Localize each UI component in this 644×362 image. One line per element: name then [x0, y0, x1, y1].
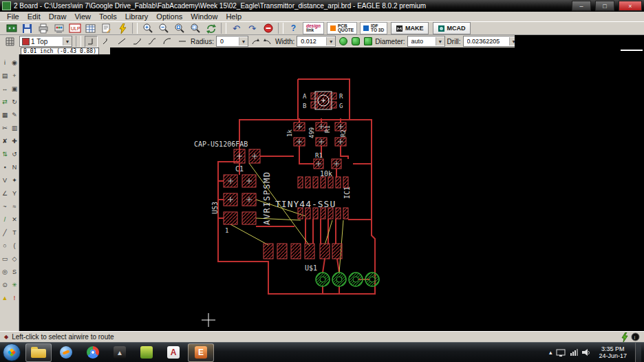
component-ic1[interactable] [298, 177, 348, 219]
menu-item-draw[interactable]: Draw [45, 12, 71, 21]
board-outline[interactable] [218, 79, 375, 294]
tool-meander-icon[interactable]: ≈ [10, 201, 19, 212]
maximize-button[interactable]: □ [595, 1, 614, 11]
layer-dropdown-arrow[interactable]: ▼ [63, 37, 72, 45]
show-desktop-button[interactable] [635, 343, 641, 362]
zoom-select-icon[interactable] [188, 23, 202, 34]
tray-expand-icon[interactable]: ▴ [549, 349, 552, 356]
tool-miter-icon[interactable]: ∠ [1, 188, 10, 199]
stop-icon[interactable] [261, 23, 275, 34]
tool-arc-icon[interactable]: ( [10, 240, 19, 251]
tool-rect-icon[interactable]: ▭ [1, 253, 10, 264]
status-circle-icon[interactable]: i [631, 332, 640, 341]
diameter-combo[interactable]: ▼ [407, 36, 445, 47]
via-shape-round-button[interactable] [338, 36, 348, 46]
tool-pinswap-icon[interactable]: ⇅ [1, 149, 10, 160]
board-schematic-icon[interactable] [4, 23, 19, 34]
menu-item-window[interactable]: Window [186, 12, 222, 21]
redo-icon[interactable]: ↷ [245, 23, 259, 34]
close-button[interactable]: × [619, 1, 642, 11]
make-button[interactable]: MAKE [391, 22, 429, 34]
taskbar-dark-app-button[interactable]: ▲ [107, 344, 132, 361]
save-icon[interactable] [20, 23, 34, 34]
tool-lock-icon[interactable]: ▪ [1, 162, 10, 173]
tool-paste-icon[interactable]: ▥ [10, 123, 19, 134]
tool-polygon-icon[interactable]: ◇ [10, 253, 19, 264]
tool-move-icon[interactable]: ↔ [1, 83, 10, 94]
component-bottom-header[interactable] [264, 244, 342, 259]
clock[interactable]: 3:35 PM 24-Jun-17 [594, 345, 631, 359]
wire-bend-style-5-button[interactable] [145, 36, 158, 47]
taskbar-media-player-button[interactable] [54, 344, 78, 361]
tool-replace-icon[interactable]: ↺ [10, 149, 19, 160]
network-tray-icon[interactable] [570, 349, 578, 356]
taskbar-explorer-button[interactable] [25, 343, 52, 362]
tool-optimize-icon[interactable]: ~ [1, 201, 10, 212]
taskbar-green-app-button[interactable] [134, 344, 159, 361]
diameter-dropdown-arrow[interactable]: ▼ [436, 37, 444, 45]
zoom-fit-icon[interactable] [172, 23, 186, 34]
grid-icon[interactable] [3, 36, 17, 47]
tool-info-icon[interactable]: i [1, 57, 10, 68]
via-shape-octagon-button[interactable] [350, 36, 361, 46]
zoom-in-icon[interactable] [140, 23, 155, 34]
component-resistors[interactable] [294, 123, 346, 146]
table-icon[interactable] [83, 23, 98, 34]
via-shape-square-button[interactable] [363, 36, 373, 46]
tool-drc-icon[interactable]: ▲ [1, 292, 10, 304]
tool-ratsnest-icon[interactable]: ✳ [10, 279, 19, 290]
tool-mark-icon[interactable]: + [10, 70, 19, 81]
tool-via-icon[interactable]: ◎ [1, 266, 10, 277]
tool-split-icon[interactable]: Y [10, 188, 19, 199]
volume-tray-icon[interactable] [582, 349, 590, 356]
diameter-input[interactable] [410, 37, 433, 45]
taskbar-chrome-button[interactable] [80, 344, 105, 361]
mcad-button[interactable]: MCAD [433, 22, 471, 34]
wire-bend-style-4-button[interactable] [130, 36, 143, 47]
pcb-canvas[interactable]: CAP-US1206FAB C1 US3 AVRISPSMD 1 TINY44-… [19, 54, 644, 331]
idf-to-3d-button[interactable]: IDFTO 3D [360, 22, 387, 34]
design-link-button[interactable]: designlink [303, 22, 324, 34]
wire-bend-style-3-button[interactable] [115, 36, 128, 47]
menu-item-view[interactable]: View [70, 12, 95, 21]
wire-bend-style-2-button[interactable] [100, 36, 113, 47]
menu-item-tools[interactable]: Tools [95, 12, 121, 21]
tool-show-icon[interactable]: ◉ [10, 57, 19, 68]
width-input[interactable] [299, 37, 324, 45]
help-icon[interactable]: ? [286, 23, 301, 34]
sync-bolt-icon[interactable] [621, 332, 628, 342]
tool-signal-icon[interactable]: S [10, 266, 19, 277]
tool-cut-icon[interactable]: ✂ [1, 123, 10, 134]
script-icon[interactable] [99, 23, 114, 34]
tool-mirror-icon[interactable]: ⇄ [1, 96, 10, 107]
taskbar-autocad-button[interactable]: A [161, 344, 186, 361]
undo-icon[interactable]: ↶ [229, 23, 244, 34]
width-dropdown-arrow[interactable]: ▼ [326, 37, 335, 45]
menu-item-options[interactable]: Options [152, 12, 186, 21]
menu-item-library[interactable]: Library [121, 12, 153, 21]
menu-item-file[interactable]: File [3, 12, 23, 21]
cam-processor-icon[interactable] [52, 23, 66, 34]
zoom-out-icon[interactable] [156, 23, 171, 34]
tool-change-icon[interactable]: ✎ [10, 109, 19, 120]
start-button[interactable] [3, 343, 21, 361]
tool-name-icon[interactable]: N [10, 162, 19, 173]
drill-combo[interactable]: ▼ [463, 36, 519, 47]
tool-delete-icon[interactable]: ✘ [1, 136, 10, 147]
radius-combo[interactable]: ▼ [216, 36, 248, 47]
tool-text-icon[interactable]: T [10, 227, 19, 238]
tool-errors-icon[interactable]: ! [10, 292, 19, 304]
wire-bend-style-7-button[interactable] [175, 36, 189, 47]
menu-item-edit[interactable]: Edit [23, 12, 45, 21]
tool-value-icon[interactable]: V [1, 175, 10, 186]
radius-dropdown-arrow[interactable]: ▼ [239, 37, 248, 45]
component-u1-pads[interactable] [316, 273, 379, 286]
tool-group-icon[interactable]: ▦ [1, 109, 10, 120]
arc-direction-ccw-icon[interactable] [250, 36, 261, 46]
ulp-icon[interactable]: ULP [67, 23, 82, 34]
tool-rotate-icon[interactable]: ↻ [10, 96, 19, 107]
tool-ripup-icon[interactable]: ✕ [10, 214, 19, 225]
taskbar-eagle-button[interactable]: E [188, 343, 214, 362]
tool-smash-icon[interactable]: ✦ [10, 175, 19, 186]
print-icon[interactable] [36, 23, 50, 34]
